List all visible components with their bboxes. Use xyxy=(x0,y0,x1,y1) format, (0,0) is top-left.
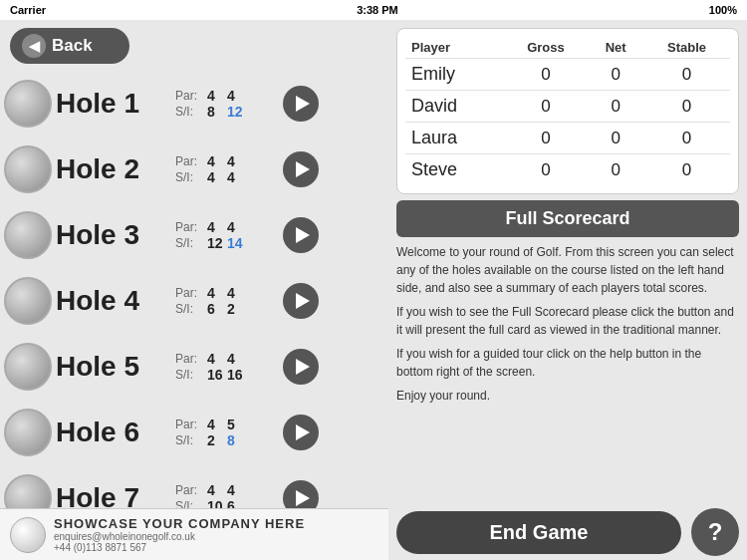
hole-row-4: Hole 4 Par: 4 4 S/I: 6 2 xyxy=(4,269,384,333)
description-area: Welcome to your round of Golf. From this… xyxy=(396,243,739,411)
full-scorecard-button[interactable]: Full Scorecard xyxy=(396,200,739,237)
right-panel: Player Gross Net Stable Emily 0 0 0 Davi… xyxy=(388,20,747,560)
hole-row-6: Hole 6 Par: 4 5 S/I: 2 8 xyxy=(4,401,384,464)
player-net-3: 0 xyxy=(588,123,643,154)
battery-label: 100% xyxy=(709,4,737,16)
time-label: 3:38 PM xyxy=(46,4,709,16)
hole-row-3: Hole 3 Par: 4 4 S/I: 12 14 xyxy=(4,203,384,267)
hole-row-5: Hole 5 Par: 4 4 S/I: 16 16 xyxy=(4,335,384,399)
logo-main-text: Showcase Your Company Here xyxy=(54,516,305,531)
player-name-1: Emily xyxy=(405,59,504,91)
desc-para1: Welcome to your round of Golf. From this… xyxy=(396,243,739,297)
logo-area: Showcase Your Company Here enquires@whol… xyxy=(0,508,388,560)
hole-name-5: Hole 5 xyxy=(56,351,175,383)
hole-name-3: Hole 3 xyxy=(56,219,175,251)
player-name-3: Laura xyxy=(405,123,504,154)
golf-ball-icon-3 xyxy=(4,211,52,259)
main-container: ◀ Back Hole 1 Par: 4 4 S/I: 8 12 xyxy=(0,20,747,560)
left-panel: ◀ Back Hole 1 Par: 4 4 S/I: 8 12 xyxy=(0,20,388,560)
hole-name-1: Hole 1 xyxy=(56,88,175,120)
play-hole-btn-3[interactable] xyxy=(283,217,319,253)
golf-ball-icon-5 xyxy=(4,343,52,391)
scorecard-table: Player Gross Net Stable Emily 0 0 0 Davi… xyxy=(405,37,730,185)
player-net-1: 0 xyxy=(588,59,643,91)
player-stable-4: 0 xyxy=(643,154,730,186)
play-triangle-icon-2 xyxy=(296,161,310,177)
hole-name-6: Hole 6 xyxy=(56,417,175,448)
hole-stats-6: Par: 4 5 S/I: 2 8 xyxy=(175,417,275,448)
back-button[interactable]: ◀ Back xyxy=(10,28,129,64)
play-triangle-icon-6 xyxy=(296,424,310,440)
hole-stats-1: Par: 4 4 S/I: 8 12 xyxy=(175,88,275,120)
play-triangle-icon-3 xyxy=(296,227,310,243)
player-gross-1: 0 xyxy=(504,59,588,91)
hole-stats-5: Par: 4 4 S/I: 16 16 xyxy=(175,351,275,383)
player-net-4: 0 xyxy=(588,154,643,186)
golf-ball-icon-1 xyxy=(4,80,52,128)
play-triangle-icon-7 xyxy=(296,490,310,506)
header-gross: Gross xyxy=(504,37,588,59)
header-stable: Stable xyxy=(643,37,730,59)
play-triangle-icon-5 xyxy=(296,359,310,375)
bottom-action-row: End Game ? xyxy=(396,508,739,556)
play-hole-btn-5[interactable] xyxy=(283,349,319,385)
hole-row-2: Hole 2 Par: 4 4 S/I: 4 4 xyxy=(4,138,384,201)
scorecard-row-2: David 0 0 0 xyxy=(405,91,730,123)
status-bar: Carrier 3:38 PM 100% xyxy=(0,0,747,20)
back-arrow-icon: ◀ xyxy=(22,34,46,58)
scorecard-row-4: Steve 0 0 0 xyxy=(405,154,730,186)
hole-row-1: Hole 1 Par: 4 4 S/I: 8 12 xyxy=(4,72,384,136)
hole-stats-3: Par: 4 4 S/I: 12 14 xyxy=(175,219,275,251)
logo-ball-icon xyxy=(10,517,46,553)
header-player: Player xyxy=(405,37,504,59)
player-stable-2: 0 xyxy=(643,91,730,123)
golf-ball-icon-2 xyxy=(4,145,52,193)
play-hole-btn-4[interactable] xyxy=(283,283,319,319)
logo-text: Showcase Your Company Here enquires@whol… xyxy=(54,516,305,553)
scorecard-row-3: Laura 0 0 0 xyxy=(405,123,730,154)
player-gross-3: 0 xyxy=(504,123,588,154)
player-stable-3: 0 xyxy=(643,123,730,154)
play-hole-btn-2[interactable] xyxy=(283,151,319,187)
end-game-button[interactable]: End Game xyxy=(396,511,681,554)
desc-para3: If you wish for a guided tour click on t… xyxy=(396,345,739,381)
scorecard-row-1: Emily 0 0 0 xyxy=(405,59,730,91)
golf-ball-icon-6 xyxy=(4,409,52,456)
carrier-label: Carrier xyxy=(10,4,46,16)
hole-list: Hole 1 Par: 4 4 S/I: 8 12 Hole 2 xyxy=(0,72,388,530)
play-triangle-icon-1 xyxy=(296,96,310,112)
desc-para2: If you wish to see the Full Scorecard pl… xyxy=(396,303,739,339)
hole-name-2: Hole 2 xyxy=(56,153,175,185)
back-label: Back xyxy=(52,36,93,56)
help-button[interactable]: ? xyxy=(691,508,739,556)
header-net: Net xyxy=(588,37,643,59)
play-triangle-icon-4 xyxy=(296,293,310,309)
player-stable-1: 0 xyxy=(643,59,730,91)
golf-ball-icon-4 xyxy=(4,277,52,325)
logo-line2: +44 (0)113 8871 567 xyxy=(54,542,305,553)
player-gross-4: 0 xyxy=(504,154,588,186)
player-name-2: David xyxy=(405,91,504,123)
hole-stats-2: Par: 4 4 S/I: 4 4 xyxy=(175,153,275,185)
player-net-2: 0 xyxy=(588,91,643,123)
play-hole-btn-6[interactable] xyxy=(283,415,319,450)
player-gross-2: 0 xyxy=(504,91,588,123)
logo-line1: enquires@wholeinonegolf.co.uk xyxy=(54,531,305,542)
play-hole-btn-1[interactable] xyxy=(283,86,319,122)
hole-name-4: Hole 4 xyxy=(56,285,175,317)
hole-stats-4: Par: 4 4 S/I: 6 2 xyxy=(175,285,275,317)
player-name-4: Steve xyxy=(405,154,504,186)
desc-para4: Enjoy your round. xyxy=(396,387,739,405)
scorecard-container: Player Gross Net Stable Emily 0 0 0 Davi… xyxy=(396,28,739,194)
